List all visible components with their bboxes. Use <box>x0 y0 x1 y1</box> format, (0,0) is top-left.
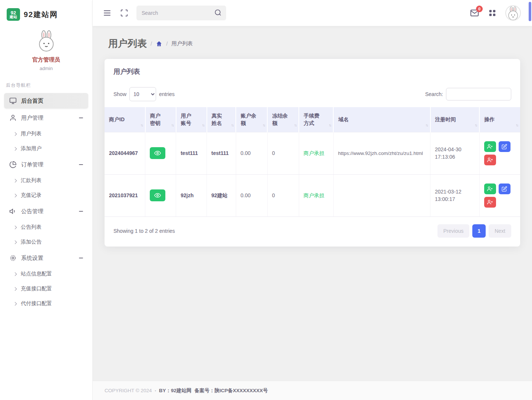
sidebar-item-site-config[interactable]: 站点信息配置 <box>4 267 88 281</box>
sort-icon[interactable]: ↑↓ <box>231 123 233 128</box>
page-length-select[interactable]: 10 <box>129 87 156 101</box>
brand[interactable]: 92 建站 92建站网 <box>0 4 92 23</box>
column-header-merchant-id[interactable]: 商户ID↑↓ <box>105 107 145 132</box>
column-header-actions[interactable]: 操作↑↓ <box>479 107 520 132</box>
sidebar-item-recharge-log[interactable]: 充值记录 <box>4 189 88 202</box>
cell-real-name: test111 <box>207 132 236 174</box>
column-header-balance[interactable]: 账户余额↑↓ <box>236 107 267 132</box>
footer-icp: 备案号：陕ICP备XXXXXXXXX号 <box>194 387 268 394</box>
sidebar-group-users[interactable]: 用户管理 <box>4 110 88 126</box>
delete-user-button[interactable] <box>484 155 496 165</box>
menu-toggle-icon[interactable] <box>104 10 110 16</box>
sidebar-item-remit-list[interactable]: 汇款列表 <box>4 174 88 187</box>
user-plus-icon <box>487 144 493 149</box>
sidebar-item-payout-api-config[interactable]: 代付接口配置 <box>4 297 88 310</box>
sidebar-item-add-user[interactable]: 添加用户 <box>4 142 88 155</box>
main-area: 0 <box>93 0 532 400</box>
column-header-frozen[interactable]: 冻结余额↑↓ <box>267 107 299 132</box>
user-x-icon <box>487 199 493 205</box>
notifications-button[interactable]: 0 <box>470 9 479 17</box>
pagination-next-button[interactable]: Next <box>489 224 511 238</box>
sidebar-item-label: 用户管理 <box>21 115 43 122</box>
home-icon[interactable] <box>156 40 162 47</box>
apps-icon[interactable] <box>488 9 496 17</box>
sort-icon[interactable]: ↑↓ <box>516 123 518 128</box>
fee-mode-link[interactable]: 商户承担 <box>304 192 324 198</box>
chevron-right-icon <box>13 132 17 136</box>
table-row: 2024044967 test111 test111 0.00 0 商户承担 <box>105 132 520 174</box>
sidebar-nav: 后台首页 用户管理 用户列表 添加用户 订单管理 <box>0 92 92 311</box>
view-key-button[interactable] <box>150 189 165 201</box>
edit-user-button[interactable] <box>499 141 510 152</box>
user-table: 商户ID↑↓ 商户密钥↑↓ 用户账号↑↓ 真实姓名↑↓ 账户余额↑↓ 冻结余额↑… <box>105 107 520 217</box>
cell-merchant-key <box>145 132 176 174</box>
page-title: 用户列表 <box>108 37 147 50</box>
table-row: 2021037921 92jzh 92建站 0.00 0 商户承担 <box>105 174 520 216</box>
pagination-previous-button[interactable]: Previous <box>437 224 469 238</box>
user-avatar[interactable] <box>505 5 521 21</box>
brand-logo-line2: 建站 <box>10 15 17 19</box>
column-header-account[interactable]: 用户账号↑↓ <box>176 107 207 132</box>
search-icon[interactable] <box>214 9 222 16</box>
sidebar-item-label: 充值记录 <box>21 192 42 199</box>
column-header-reg-time[interactable]: 注册时间↑↓ <box>430 107 480 132</box>
table-search-control: Search: <box>425 88 511 100</box>
sort-icon[interactable]: ↑↓ <box>426 123 428 128</box>
entries-label: entries <box>159 91 175 97</box>
eye-icon <box>154 192 161 199</box>
sort-icon[interactable]: ↑↓ <box>202 123 204 128</box>
edit-user-button[interactable] <box>499 184 510 194</box>
sidebar-item-add-announcement[interactable]: 添加公告 <box>4 235 88 249</box>
sidebar-item-label: 汇款列表 <box>21 177 42 184</box>
sidebar-item-label: 系统设置 <box>21 255 43 262</box>
cell-account: test111 <box>176 132 207 174</box>
delete-user-button[interactable] <box>484 197 496 208</box>
sort-icon[interactable]: ↑↓ <box>294 123 296 128</box>
collapse-icon <box>79 118 83 118</box>
topbar: 0 <box>93 0 532 26</box>
breadcrumb-separator: / <box>151 40 152 47</box>
sidebar-group-orders[interactable]: 订单管理 <box>4 157 88 172</box>
breadcrumb-separator: / <box>166 40 168 47</box>
approve-user-button[interactable] <box>484 141 496 152</box>
cell-merchant-key <box>145 174 176 216</box>
column-header-real-name[interactable]: 真实姓名↑↓ <box>207 107 236 132</box>
pagination-page-1-button[interactable]: 1 <box>472 224 486 238</box>
gear-icon <box>9 254 17 262</box>
sidebar-item-label: 公告列表 <box>21 224 42 231</box>
sort-icon[interactable]: ↑↓ <box>262 123 265 128</box>
sidebar-item-label: 订单管理 <box>21 161 43 168</box>
sidebar-group-settings[interactable]: 系统设置 <box>4 250 88 266</box>
cell-balance: 0.00 <box>236 132 267 174</box>
column-header-fee-mode[interactable]: 手续费方式↑↓ <box>299 107 333 132</box>
notification-badge: 0 <box>476 6 483 12</box>
cell-merchant-id: 2021037921 <box>105 174 145 216</box>
sidebar-item-recharge-api-config[interactable]: 充值接口配置 <box>4 282 88 295</box>
sidebar-item-user-list[interactable]: 用户列表 <box>4 127 88 141</box>
sidebar-item-dashboard[interactable]: 后台首页 <box>4 93 88 109</box>
table-search-input[interactable] <box>446 88 511 100</box>
sort-icon[interactable]: ↑↓ <box>328 123 331 128</box>
fee-mode-link[interactable]: 商户承担 <box>304 150 324 156</box>
sidebar-item-label: 添加用户 <box>21 145 42 152</box>
view-key-button[interactable] <box>150 147 165 159</box>
topbar-search <box>136 6 226 20</box>
sort-icon[interactable]: ↑↓ <box>171 123 174 128</box>
sidebar-group-announcements[interactable]: 公告管理 <box>4 204 88 219</box>
user-icon <box>9 114 17 122</box>
cell-frozen: 0 <box>267 132 299 174</box>
brand-name: 92建站网 <box>24 10 58 20</box>
fullscreen-icon[interactable] <box>120 9 128 17</box>
sort-icon[interactable]: ↑↓ <box>475 123 477 128</box>
breadcrumb-current[interactable]: 用户列表 <box>171 40 193 47</box>
topbar-search-input[interactable] <box>136 6 226 20</box>
column-header-merchant-key[interactable]: 商户密钥↑↓ <box>145 107 176 132</box>
sidebar-item-announcement-list[interactable]: 公告列表 <box>4 221 88 234</box>
page-header: 用户列表 / / 用户列表 <box>105 37 520 50</box>
sort-icon[interactable]: ↑↓ <box>141 123 143 128</box>
sidebar-item-label: 充值接口配置 <box>21 285 52 292</box>
scrollbar-thumb[interactable] <box>529 2 531 21</box>
chevron-right-icon <box>13 147 17 151</box>
approve-user-button[interactable] <box>484 184 496 194</box>
column-header-domain[interactable]: 域名↑↓ <box>333 107 430 132</box>
